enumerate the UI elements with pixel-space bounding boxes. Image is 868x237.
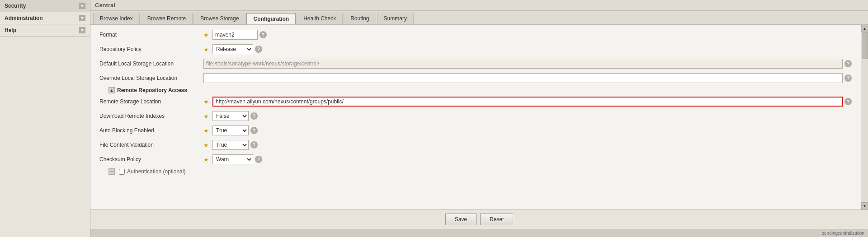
scrollbar-up-button[interactable]: ▲ <box>861 25 868 32</box>
file-content-required: ★ <box>203 142 209 149</box>
override-storage-row: Override Local Storage Location ? <box>99 73 852 84</box>
repository-policy-label: Repository Policy <box>99 46 203 52</box>
status-bar: pendingcentralization <box>90 229 868 237</box>
format-label: Format <box>99 32 203 38</box>
default-storage-help-icon[interactable]: ? <box>844 60 852 67</box>
format-input[interactable] <box>212 30 258 40</box>
tabs-bar: Browse Index Browse Remote Browse Storag… <box>90 11 868 25</box>
sidebar-item-security[interactable]: Security ▼ <box>0 0 90 12</box>
override-storage-wrapper: ? <box>203 73 852 83</box>
remote-storage-required: ★ <box>203 98 209 105</box>
sidebar-arrow-help: ▼ <box>79 27 85 33</box>
checksum-row: Checksum Policy ★ Warn Strict Ignore ? <box>99 154 852 165</box>
format-help-icon[interactable]: ? <box>259 31 267 38</box>
auto-blocking-select[interactable]: True False <box>212 125 249 135</box>
remote-storage-wrapper: ★ ? <box>203 97 852 107</box>
sidebar-item-help[interactable]: Help ▼ <box>0 24 90 37</box>
override-storage-input[interactable] <box>203 73 843 83</box>
file-content-select[interactable]: True False <box>212 140 249 150</box>
remote-storage-help-icon[interactable]: ? <box>844 98 852 105</box>
repo-policy-required: ★ <box>203 46 209 53</box>
sidebar-item-security-label: Security <box>5 3 26 9</box>
sidebar-item-administration-label: Administration <box>5 15 43 21</box>
checksum-select[interactable]: Warn Strict Ignore <box>212 154 253 164</box>
checksum-value: ★ Warn Strict Ignore ? <box>203 154 852 164</box>
download-indexes-required: ★ <box>203 113 209 120</box>
auto-blocking-row: Auto Blocking Enabled ★ True False ? <box>99 125 852 136</box>
default-storage-label: Default Local Storage Location <box>99 60 203 67</box>
auth-toggle[interactable]: — <box>108 168 115 175</box>
auth-section: — Authentication (optional) <box>99 168 852 175</box>
override-storage-label: Override Local Storage Location <box>99 75 203 81</box>
download-indexes-value: ★ False True ? <box>203 111 852 121</box>
default-storage-row: Default Local Storage Location ? <box>99 58 852 69</box>
checksum-label: Checksum Policy <box>99 156 203 163</box>
file-content-value: ★ True False ? <box>203 140 852 150</box>
status-text: pendingcentralization <box>821 231 864 236</box>
save-button[interactable]: Save <box>445 214 476 225</box>
format-row: Format ★ ? <box>99 29 852 40</box>
tab-routing[interactable]: Routing <box>344 13 376 24</box>
scrollbar-track[interactable] <box>861 32 868 202</box>
tab-browse-remote[interactable]: Browse Remote <box>141 13 193 24</box>
tab-browse-index[interactable]: Browse Index <box>93 13 140 24</box>
repository-policy-value: ★ Release Snapshot ? <box>203 44 852 54</box>
auth-label: Authentication (optional) <box>127 168 185 175</box>
tab-browse-storage[interactable]: Browse Storage <box>193 13 245 24</box>
format-required: ★ <box>203 32 209 38</box>
file-content-help-icon[interactable]: ? <box>250 141 258 149</box>
download-indexes-help-icon[interactable]: ? <box>250 112 258 120</box>
sidebar: Security ▼ Administration ▼ Help ▼ <box>0 0 90 237</box>
tab-summary[interactable]: Summary <box>377 13 414 24</box>
remote-storage-row: Remote Storage Location ★ ? <box>99 96 852 107</box>
auto-blocking-required: ★ <box>203 127 209 134</box>
download-indexes-row: Download Remote Indexes ★ False True ? <box>99 111 852 121</box>
repository-policy-select[interactable]: Release Snapshot <box>212 44 253 54</box>
remote-access-toggle[interactable]: ▲ <box>108 87 115 93</box>
remote-storage-input[interactable] <box>212 97 843 107</box>
file-content-row: File Content Validation ★ True False ? <box>99 139 852 150</box>
default-storage-input <box>203 59 843 69</box>
override-storage-help-icon[interactable]: ? <box>844 74 852 82</box>
remote-storage-label: Remote Storage Location <box>99 98 203 105</box>
remote-access-section-header: ▲ Remote Repository Access <box>99 87 852 93</box>
auth-checkbox[interactable] <box>119 169 125 175</box>
auto-blocking-label: Auto Blocking Enabled <box>99 127 203 134</box>
sidebar-arrow-security: ▼ <box>79 3 85 9</box>
main-content: Central Browse Index Browse Remote Brows… <box>90 0 868 237</box>
default-storage-wrapper: ? <box>203 59 852 69</box>
scrollbar-down-button[interactable]: ▼ <box>861 202 868 209</box>
content-area: Format ★ ? Repository Policy ★ Release S… <box>90 25 868 209</box>
download-indexes-select[interactable]: False True <box>212 111 249 121</box>
repo-policy-help-icon[interactable]: ? <box>255 46 262 53</box>
repository-policy-row: Repository Policy ★ Release Snapshot ? <box>99 44 852 55</box>
footer-buttons: Save Reset <box>90 209 868 229</box>
central-title: Central <box>95 2 115 9</box>
main-scrollbar: ▲ ▼ <box>861 25 868 209</box>
format-value: ★ ? <box>203 30 852 40</box>
sidebar-item-administration[interactable]: Administration ▼ <box>0 12 90 24</box>
auto-blocking-help-icon[interactable]: ? <box>250 127 258 134</box>
scrollbar-thumb[interactable] <box>862 32 868 59</box>
remote-access-title: Remote Repository Access <box>117 87 187 93</box>
sidebar-arrow-administration: ▼ <box>79 15 85 21</box>
checksum-help-icon[interactable]: ? <box>255 156 262 163</box>
file-content-label: File Content Validation <box>99 142 203 148</box>
form-area: Format ★ ? Repository Policy ★ Release S… <box>90 25 861 209</box>
download-indexes-label: Download Remote Indexes <box>99 113 203 119</box>
central-header: Central <box>90 0 868 11</box>
reset-button[interactable]: Reset <box>480 214 513 225</box>
tab-configuration[interactable]: Configuration <box>246 13 296 24</box>
sidebar-item-help-label: Help <box>5 27 16 33</box>
tab-health-check[interactable]: Health Check <box>297 13 343 24</box>
checksum-required: ★ <box>203 156 209 163</box>
auto-blocking-value: ★ True False ? <box>203 125 852 135</box>
